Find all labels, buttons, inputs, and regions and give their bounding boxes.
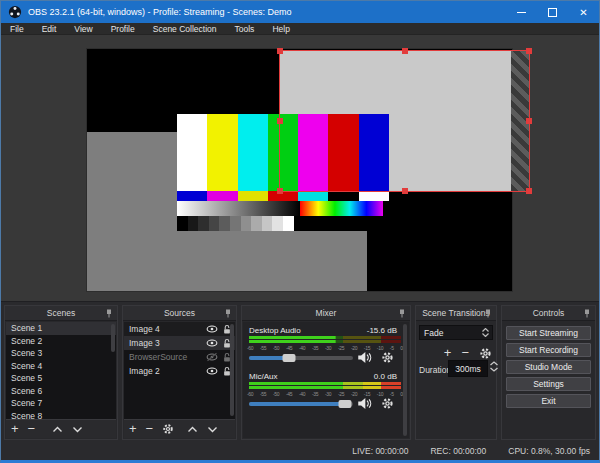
source-name: BrowserSource: [129, 352, 206, 362]
visibility-eye-icon[interactable]: [206, 366, 218, 376]
controls-panel-title: Controls: [533, 308, 565, 318]
dock-pin-icon[interactable]: [484, 309, 492, 318]
mixer-panel: Mixer Desktop Audio -15.6 dB -60-55-50-4…: [241, 305, 411, 440]
combo-spinner-icons[interactable]: [482, 328, 492, 337]
selection-bounding-box[interactable]: [279, 50, 530, 192]
source-list-item[interactable]: Image 4: [124, 322, 235, 336]
source-name: Image 2: [129, 366, 206, 376]
transitions-panel-titlebar[interactable]: Scene Transitions: [416, 306, 496, 321]
scenes-list[interactable]: Scene 1 Scene 2 Scene 3 Scene 4 Scene 5 …: [6, 322, 116, 419]
obs-logo-icon: [8, 5, 22, 19]
scene-list-item[interactable]: Scene 7: [6, 397, 116, 410]
dock-pin-icon[interactable]: [583, 309, 591, 318]
mixer-panel-titlebar[interactable]: Mixer: [242, 306, 410, 321]
sources-toolbar: + −: [124, 419, 235, 438]
resize-handle-top-left[interactable]: [277, 48, 283, 54]
start-recording-button[interactable]: Start Recording: [506, 343, 591, 357]
move-source-down-button[interactable]: [207, 426, 218, 433]
scene-list-item[interactable]: Scene 6: [6, 385, 116, 398]
remove-scene-button[interactable]: −: [28, 419, 36, 438]
move-scene-up-button[interactable]: [52, 426, 63, 433]
volume-slider[interactable]: [249, 399, 353, 409]
add-scene-button[interactable]: +: [11, 419, 19, 438]
maximize-button[interactable]: [537, 1, 568, 23]
close-button[interactable]: ✕: [568, 1, 599, 23]
controls-panel-titlebar[interactable]: Controls: [502, 306, 595, 321]
scenes-scrollbar[interactable]: [111, 324, 115, 352]
status-bar: LIVE: 00:00:00 REC: 00:00:00 CPU: 0.8%, …: [1, 442, 599, 460]
duration-spinner-icons[interactable]: [490, 361, 501, 372]
settings-button[interactable]: Settings: [506, 377, 591, 391]
volume-meter: [249, 382, 401, 390]
resize-handle-bottom-left[interactable]: [277, 188, 283, 194]
dock-pin-icon[interactable]: [105, 309, 113, 318]
channel-settings-gear-icon[interactable]: [381, 397, 394, 410]
source-list-item[interactable]: BrowserSource: [124, 350, 235, 364]
channel-settings-gear-icon[interactable]: [381, 351, 394, 364]
menu-scene-collection[interactable]: Scene Collection: [144, 23, 226, 35]
transition-select[interactable]: Fade: [419, 325, 493, 340]
speaker-icon[interactable]: [357, 397, 372, 410]
scene-list-item[interactable]: Scene 5: [6, 372, 116, 385]
channel-level-db: -15.6 dB: [367, 326, 397, 335]
resize-handle-top-right[interactable]: [526, 48, 532, 54]
scene-list-item[interactable]: Scene 1: [6, 322, 116, 335]
mixer-body: Desktop Audio -15.6 dB -60-55-50-45-40-3…: [243, 322, 409, 438]
testcard-small-bars-row: [177, 191, 389, 201]
scenes-toolbar: + −: [6, 419, 116, 438]
exit-button[interactable]: Exit: [506, 394, 591, 408]
menu-edit[interactable]: Edit: [33, 23, 66, 35]
remove-source-button[interactable]: −: [146, 419, 154, 438]
meter-tick-labels: -60-55-50-45-40-35-30-25-20-15-10-50: [247, 391, 403, 397]
sources-panel-titlebar[interactable]: Sources: [123, 306, 236, 321]
visibility-eye-off-icon[interactable]: [206, 352, 218, 362]
scene-list-item[interactable]: Scene 2: [6, 335, 116, 348]
duration-input[interactable]: 300ms: [448, 360, 488, 377]
transition-properties-gear-icon[interactable]: [479, 347, 492, 360]
sources-panel-title: Sources: [164, 308, 195, 318]
resize-handle-mid-right[interactable]: [526, 118, 532, 124]
menu-help[interactable]: Help: [263, 23, 298, 35]
menubar: File Edit View Profile Scene Collection …: [1, 23, 599, 35]
sources-scrollbar[interactable]: [230, 324, 234, 416]
start-streaming-button[interactable]: Start Streaming: [506, 326, 591, 340]
add-source-button[interactable]: +: [129, 419, 137, 438]
rec-time-status: REC: 00:00:00: [430, 446, 486, 456]
preview-area[interactable]: [1, 35, 599, 301]
mixer-scrollbar[interactable]: [403, 324, 407, 436]
scene-transitions-panel: Scene Transitions Fade + − Duration: [415, 305, 497, 440]
resize-handle-top-center[interactable]: [402, 48, 408, 54]
scene-list-item[interactable]: Scene 8: [6, 410, 116, 420]
live-time-status: LIVE: 00:00:00: [352, 446, 408, 456]
visibility-eye-icon[interactable]: [206, 324, 218, 334]
source-list-item[interactable]: Image 2: [124, 364, 235, 378]
resize-handle-bottom-center[interactable]: [402, 188, 408, 194]
dock-area: Scenes Scene 1 Scene 2 Scene 3 Scene 4 S…: [1, 301, 599, 442]
move-source-up-button[interactable]: [187, 426, 198, 433]
volume-slider[interactable]: [249, 353, 353, 363]
titlebar[interactable]: OBS 23.2.1 (64-bit, windows) - Profile: …: [1, 1, 599, 23]
resize-handle-bottom-right[interactable]: [526, 188, 532, 194]
visibility-eye-icon[interactable]: [206, 338, 218, 348]
menu-tools[interactable]: Tools: [226, 23, 264, 35]
scenes-panel-titlebar[interactable]: Scenes: [5, 306, 117, 321]
resize-handle-mid-left[interactable]: [277, 118, 283, 124]
meter-tick-labels: -60-55-50-45-40-35-30-25-20-15-10-50: [247, 345, 403, 351]
menu-file[interactable]: File: [1, 23, 33, 35]
minimize-button[interactable]: [506, 1, 537, 23]
speaker-icon[interactable]: [357, 351, 372, 364]
menu-profile[interactable]: Profile: [102, 23, 144, 35]
cpu-fps-status: CPU: 0.8%, 30.00 fps: [508, 446, 590, 456]
studio-mode-button[interactable]: Studio Mode: [506, 360, 591, 374]
obs-window: OBS 23.2.1 (64-bit, windows) - Profile: …: [0, 0, 600, 463]
scene-list-item[interactable]: Scene 3: [6, 347, 116, 360]
source-properties-gear-icon[interactable]: [162, 423, 174, 435]
move-scene-down-button[interactable]: [72, 426, 83, 433]
sources-list[interactable]: Image 4 Image 3: [124, 322, 235, 419]
dock-pin-icon[interactable]: [224, 309, 232, 318]
sources-panel: Sources Image 4 Image 3: [122, 305, 237, 440]
menu-view[interactable]: View: [65, 23, 101, 35]
dock-pin-icon[interactable]: [398, 309, 406, 318]
scene-list-item[interactable]: Scene 4: [6, 360, 116, 373]
source-list-item[interactable]: Image 3: [124, 336, 235, 350]
